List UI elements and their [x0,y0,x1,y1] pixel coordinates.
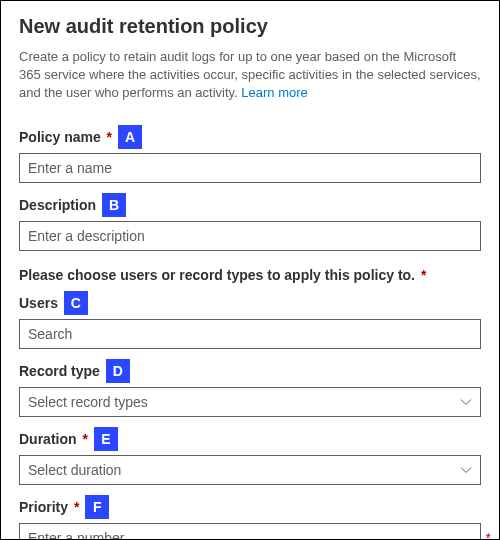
callout-badge-a: A [118,125,142,149]
record-type-label: Record type [19,363,100,379]
chevron-down-icon [460,464,472,476]
description-label: Description [19,197,96,213]
description-input-wrap [19,221,481,251]
required-asterisk: * [486,530,491,540]
field-priority: Priority * F * [19,495,481,540]
users-input[interactable] [28,320,472,348]
duration-label: Duration * [19,431,88,447]
field-users: Users C [19,291,481,349]
duration-placeholder: Select duration [28,462,121,478]
required-asterisk: * [421,267,426,283]
section-title: Please choose users or record types to a… [19,267,481,283]
users-input-wrap [19,319,481,349]
required-asterisk: * [74,499,79,515]
policy-name-input[interactable] [28,154,472,182]
required-asterisk: * [82,431,87,447]
callout-badge-f: F [85,495,109,519]
policy-name-input-wrap [19,153,481,183]
label-row: Duration * E [19,427,481,451]
field-record-type: Record type D Select record types [19,359,481,417]
callout-badge-b: B [102,193,126,217]
required-asterisk: * [107,129,112,145]
field-policy-name: Policy name * A [19,125,481,183]
intro-text: Create a policy to retain audit logs for… [19,48,481,103]
label-row: Record type D [19,359,481,383]
users-label: Users [19,295,58,311]
label-row: Policy name * A [19,125,481,149]
record-type-placeholder: Select record types [28,394,148,410]
callout-badge-c: C [64,291,88,315]
callout-badge-e: E [94,427,118,451]
record-type-select[interactable]: Select record types [19,387,481,417]
label-row: Users C [19,291,481,315]
callout-badge-d: D [106,359,130,383]
chevron-down-icon [460,396,472,408]
description-input[interactable] [28,222,472,250]
field-duration: Duration * E Select duration [19,427,481,485]
priority-input[interactable] [28,524,472,540]
field-description: Description B [19,193,481,251]
policy-name-label: Policy name * [19,129,112,145]
learn-more-link[interactable]: Learn more [241,85,307,100]
label-row: Description B [19,193,481,217]
priority-input-wrap [19,523,481,540]
priority-label: Priority * [19,499,79,515]
page-title: New audit retention policy [19,15,481,38]
duration-select[interactable]: Select duration [19,455,481,485]
label-row: Priority * F [19,495,481,519]
